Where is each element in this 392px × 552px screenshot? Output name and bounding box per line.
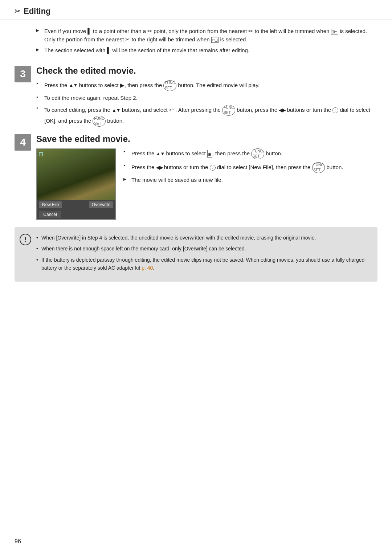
intro-bullet-list: Even if you move ▌ to a point other than… [36,27,377,55]
updown-icon-3: ▲▼ [156,150,165,158]
func-icon-2: FUNCSET [222,105,235,116]
movie-screen: ⊡ [37,149,115,200]
movie-image: ⊡ New File Overwrite Cancel [36,148,116,220]
dial-icon-1: ○ [332,107,338,113]
step3-row: 3 Check the edited movie. Press the ▲▼ b… [15,65,377,130]
note-item-1: When [Overwrite] in Step 4 is selected, … [36,234,370,242]
trim-left-icon: ◫✂ [331,29,338,34]
step3-title: Check the edited movie. [36,66,377,76]
step4-bullet-3: The movie will be saved as a new file. [123,176,377,184]
intro-bullet-1: Even if you move ▌ to a point other than… [36,27,377,44]
step4-title: Save the edited movie. [36,134,377,144]
updown-icon-2: ▲▼ [112,107,121,114]
note-box: ! When [Overwrite] in Step 4 is selected… [15,227,377,282]
movie-footer-row1: New File Overwrite [37,200,115,209]
note-icon: ! [20,234,31,245]
note-item-2: When there is not enough space left on t… [36,245,370,253]
scissors-icon: ✂ [15,7,21,16]
return-icon: ↩ [169,107,174,113]
trim-right-icon: ✂◫ [211,37,219,43]
play-icon: ▶ [120,82,124,88]
note-item-3: If the battery is depleted partway throu… [36,256,370,272]
page-number: 96 [15,538,21,545]
step4-row: 4 Save the edited movie. ⊡ New File Over… [15,133,377,220]
note-link[interactable]: p. 40 [142,265,153,271]
step3-number: 3 [15,66,31,82]
step4-bullets: Press the ▲▼ buttons to select ▣, then p… [123,148,377,184]
func-icon-1: FUNCSET [163,80,176,91]
cursor-icon-2: ▌ [107,47,111,53]
step3-bullet-1: Press the ▲▼ buttons to select ▶, then p… [36,80,377,91]
step4-image-col: ⊡ New File Overwrite Cancel [36,148,116,220]
step3-bullet-2: To edit the movie again, repeat Step 2. [36,94,377,102]
step4-number: 4 [15,134,31,151]
func-icon-5: FUNCSET [312,162,325,173]
page-title: Editing [24,7,51,16]
step4-bullet-2: Press the ◀▶ buttons or turn the ○ dial … [123,162,377,173]
updown-icon-1: ▲▼ [69,82,78,89]
func-icon-4: FUNCSET [251,148,264,159]
step4-body: Save the edited movie. ⊡ New File Overwr… [36,133,377,220]
step3-bullets: Press the ▲▼ buttons to select ▶, then p… [36,80,377,127]
dial-icon-2: ○ [210,165,216,171]
step3-bullet-3: To cancel editing, press the ▲▼ buttons,… [36,105,377,127]
cursor-icon: ▌ [87,28,91,34]
new-file-button[interactable]: New File [39,201,62,208]
cancel-button[interactable]: Cancel [39,211,61,218]
page: ✂ Editing Even if you move ▌ to a point … [0,0,392,552]
playback-icon: ⊡ [38,151,43,158]
note-list: When [Overwrite] in Step 4 is selected, … [36,234,370,272]
header-bar: ✂ Editing [0,0,392,20]
step3-body: Check the edited movie. Press the ▲▼ but… [36,65,377,130]
steps-wrapper: 3 Check the edited movie. Press the ▲▼ b… [0,58,392,220]
step4-bullet-1: Press the ▲▼ buttons to select ▣, then p… [123,148,377,159]
overwrite-button[interactable]: Overwrite [89,201,113,208]
intro-section: Even if you move ▌ to a point other than… [0,20,392,55]
movie-footer-row2: Cancel [37,209,115,219]
leftright-icon-1: ◀▶ [279,107,285,114]
func-icon-3: FUNCSET [93,116,106,127]
trim-icon-1: ✂ [147,28,152,34]
save-icon: ▣ [207,150,212,158]
step4-with-image: ⊡ New File Overwrite Cancel [36,148,377,220]
step4-text-col: Press the ▲▼ buttons to select ▣, then p… [123,148,377,187]
trim-icon-3: ✂ [125,36,130,42]
intro-bullet-2: The section selected with ▌ will be the … [36,46,377,55]
trim-icon-2: ✂ [248,28,253,34]
leftright-icon-2: ◀▶ [156,164,163,171]
